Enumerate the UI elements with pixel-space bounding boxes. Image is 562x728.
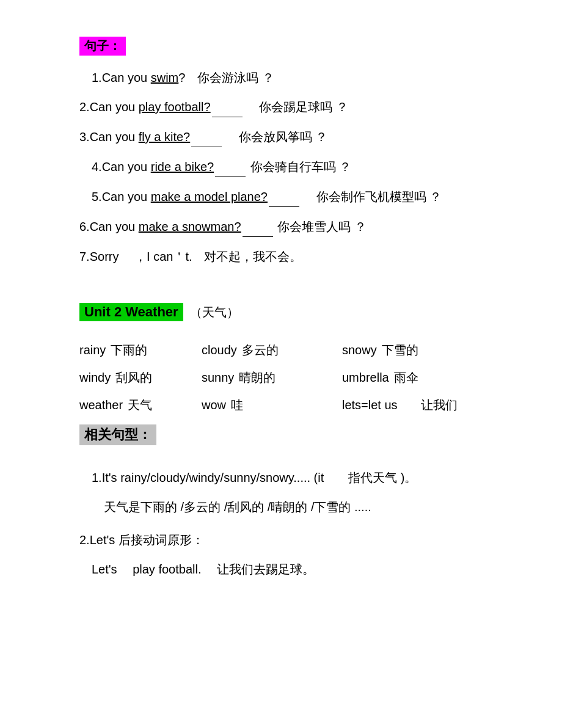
vocab-wow: wow 哇 [202,397,342,413]
s7-text: 7.Sorry ，I can＇t. 对不起，我不会。 [79,250,302,263]
s3-blank [191,127,222,147]
vocab-rainy-en: rainy [79,343,106,357]
vocab-snowy-en: snowy [342,343,377,357]
pattern-1: 1.It's rainy/cloudy/windy/sunny/snowy...… [79,467,513,488]
p1-sub-text: 天气是下雨的 /多云的 /刮风的 /晴朗的 /下雪的 ..... [104,500,371,514]
vocab-sunny-en: sunny [202,371,234,385]
vocab-lets: lets=let us 让我们 [342,397,458,413]
s3-number: 3.Can you [79,130,139,144]
label-pink: 句子： [79,37,126,56]
unit2-label-green: Unit 2 Weather [79,303,183,321]
s5-number: 5.Can you [92,190,151,203]
vocab-wow-cn: 哇 [231,397,243,413]
vocab-sunny: sunny 晴朗的 [202,369,342,386]
s4-underline: ride a bike? [151,160,214,173]
s6-underline: make a snowman? [139,220,241,233]
s4-number: 4.Can you [92,160,151,173]
vocab-cloudy: cloudy 多云的 [202,342,342,359]
p2-text: 2.Let's 后接动词原形： [79,533,204,547]
vocab-row-1: rainy 下雨的 cloudy 多云的 snowy 下雪的 [79,342,513,359]
vocab-weather-en: weather [79,398,123,412]
vocab-cloudy-en: cloudy [202,343,237,357]
vocab-row-3: weather 天气 wow 哇 lets=let us 让我们 [79,397,513,413]
s2-number: 2.Can you [79,100,139,114]
s5-blank [269,187,299,207]
s6-cn: 你会堆雪人吗 ？ [274,220,367,233]
s2-cn: 你会踢足球吗 ？ [244,100,348,114]
pattern-1-sub: 天气是下雨的 /多云的 /刮风的 /晴朗的 /下雪的 ..... [79,497,513,517]
s6-number: 6.Can you [79,220,139,233]
related-label-gray: 相关句型： [79,424,156,445]
s3-cn: 你会放风筝吗 ？ [223,130,327,144]
vocab-umbrella-en: umbrella [342,371,389,385]
sentence-5: 5.Can you make a model plane? 你会制作飞机模型吗 … [79,187,513,207]
unit2-label-wrapper: Unit 2 Weather （天气） [79,303,513,331]
vocab-umbrella: umbrella 雨伞 [342,369,418,386]
vocab-sunny-cn: 晴朗的 [239,369,276,386]
vocab-weather-cn: 天气 [128,397,152,413]
vocab-rainy-cn: 下雨的 [111,342,147,359]
s1-number: 1.Can you [92,71,151,84]
vocab-weather: weather 天气 [79,397,202,413]
vocab-lets-en: lets=let us [342,398,398,412]
s5-underline: make a model plane? [151,190,268,203]
p1-text: 1.It's rainy/cloudy/windy/sunny/snowy...… [92,471,417,484]
s2-blank [212,97,243,117]
pattern-2: 2.Let's 后接动词原形： [79,530,513,550]
s4-cn: 你会骑自行车吗 ？ [247,160,351,173]
vocab-windy-cn: 刮风的 [115,369,152,386]
vocab-lets-cn: 让我们 [421,397,458,413]
s4-blank [215,157,246,177]
related-label-wrapper: 相关句型： [79,424,513,455]
p2-sub-text: Let's play football. 让我们去踢足球。 [92,562,315,576]
sentence-3: 3.Can you fly a kite? 你会放风筝吗 ？ [79,127,513,147]
s1-rest: ? 你会游泳吗 ？ [178,71,274,84]
sentence-6: 6.Can you make a snowman? 你会堆雪人吗 ？ [79,217,513,237]
vocab-wow-en: wow [202,398,226,412]
s1-underline: swim [151,71,179,84]
vocab-windy: windy 刮风的 [79,369,202,386]
unit2-label-cn: （天气） [190,305,239,319]
vocab-row-2: windy 刮风的 sunny 晴朗的 umbrella 雨伞 [79,369,513,386]
s6-blank [243,217,273,237]
s3-underline: fly a kite? [139,130,190,144]
vocab-rainy: rainy 下雨的 [79,342,202,359]
sentence-7: 7.Sorry ，I can＇t. 对不起，我不会。 [79,247,513,266]
s2-underline: play football? [139,100,211,114]
vocab-snowy: snowy 下雪的 [342,342,418,359]
section1: 句子： 1.Can you swim? 你会游泳吗 ？ 2.Can you pl… [79,37,513,266]
vocab-windy-en: windy [79,371,111,385]
sentence-4: 4.Can you ride a bike? 你会骑自行车吗 ？ [79,157,513,177]
pattern-2-sub: Let's play football. 让我们去踢足球。 [79,559,513,580]
s5-cn: 你会制作飞机模型吗 ？ [301,190,442,203]
section1-label: 句子： [79,37,513,68]
vocab-umbrella-cn: 雨伞 [394,369,418,386]
sentence-1: 1.Can you swim? 你会游泳吗 ？ [79,68,513,87]
vocab-snowy-cn: 下雪的 [382,342,418,359]
sentence-2: 2.Can you play football? 你会踢足球吗 ？ [79,97,513,117]
vocab-cloudy-cn: 多云的 [242,342,279,359]
section2: Unit 2 Weather （天气） rainy 下雨的 cloudy 多云的… [79,303,513,580]
